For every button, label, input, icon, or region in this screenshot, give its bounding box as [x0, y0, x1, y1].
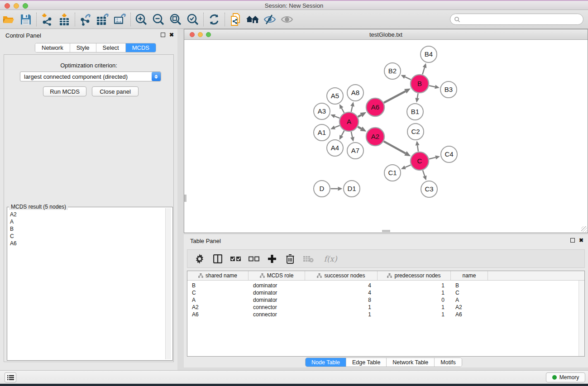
- graph-node-label: D1: [347, 185, 356, 192]
- toolbar-separator: [225, 13, 225, 26]
- column-header-mcds-role[interactable]: MCDS role: [249, 271, 305, 280]
- graph-edge[interactable]: [335, 116, 339, 118]
- optimization-criterion-label: Optimization criterion:: [4, 62, 173, 69]
- column-view-icon[interactable]: [212, 253, 224, 265]
- graph-edge[interactable]: [417, 145, 418, 151]
- result-item[interactable]: A: [10, 218, 17, 225]
- horizontal-scroll-indicator[interactable]: [382, 230, 390, 232]
- network-from-selection-icon[interactable]: [227, 12, 244, 27]
- optimization-criterion-select[interactable]: largest connected component (directed): [20, 71, 161, 81]
- float-table-panel-icon[interactable]: [570, 238, 575, 243]
- graph-edge[interactable]: [429, 86, 435, 87]
- tab-node-table[interactable]: Node Table: [306, 358, 346, 367]
- refresh-icon[interactable]: [206, 12, 223, 27]
- graph-edge[interactable]: [342, 108, 344, 113]
- delete-table-icon[interactable]: [302, 253, 314, 265]
- tab-mcds[interactable]: MCDS: [126, 43, 156, 52]
- result-item[interactable]: A6: [10, 240, 17, 247]
- graph-edge[interactable]: [335, 125, 339, 127]
- table-settings-icon[interactable]: [194, 253, 206, 265]
- graph-edge[interactable]: [423, 170, 425, 176]
- search-field[interactable]: [450, 14, 583, 25]
- table-row[interactable]: A6 connector 1 1 A6: [187, 311, 584, 318]
- show-details-icon[interactable]: [278, 12, 296, 27]
- result-item[interactable]: C: [10, 233, 17, 240]
- graph-edge[interactable]: [405, 77, 411, 80]
- zoom-selected-icon[interactable]: [184, 12, 201, 27]
- tab-select[interactable]: Select: [96, 43, 126, 52]
- graph-edge[interactable]: [422, 67, 425, 74]
- zoom-fit-icon[interactable]: [167, 12, 184, 27]
- table-row[interactable]: C dominator 4 1 C: [187, 289, 584, 296]
- export-image-icon[interactable]: [111, 12, 129, 27]
- hide-details-icon[interactable]: [261, 12, 278, 27]
- graph-edge[interactable]: [341, 131, 344, 136]
- graph-edge[interactable]: [358, 115, 361, 117]
- vertical-scroll-indicator[interactable]: [184, 195, 186, 202]
- column-header-shared-name[interactable]: shared name: [187, 271, 249, 280]
- graph-edge[interactable]: [351, 132, 353, 137]
- tab-motifs[interactable]: Motifs: [435, 358, 461, 367]
- deselect-all-icon[interactable]: [248, 253, 260, 265]
- graph-node-label: C3: [425, 185, 433, 193]
- column-header-predecessor-nodes[interactable]: predecessor nodes: [378, 271, 451, 280]
- column-header-successor-nodes[interactable]: successor nodes: [305, 271, 378, 280]
- memory-button[interactable]: Memory: [546, 372, 585, 382]
- zoom-out-icon[interactable]: [150, 12, 167, 27]
- add-column-icon[interactable]: [266, 253, 278, 265]
- graph-edge[interactable]: [351, 106, 353, 112]
- export-network-icon[interactable]: [77, 12, 94, 27]
- tab-edge-table[interactable]: Edge Table: [346, 358, 387, 367]
- graph-node-label: B1: [411, 108, 419, 115]
- save-session-icon[interactable]: [17, 12, 34, 27]
- tab-network[interactable]: Network: [35, 43, 70, 52]
- run-mcds-button[interactable]: Run MCDS: [43, 86, 86, 96]
- function-builder-icon[interactable]: f(x): [320, 253, 340, 265]
- graph-node-label: A3: [318, 107, 326, 115]
- task-history-button[interactable]: [5, 372, 16, 382]
- node-table: shared name MCDS role successor nodes pr…: [187, 271, 585, 357]
- memory-label: Memory: [559, 374, 579, 381]
- graph-edge[interactable]: [384, 91, 406, 103]
- close-panel-button[interactable]: Close panel: [92, 86, 139, 96]
- result-item[interactable]: A2: [10, 211, 17, 218]
- resize-gripper[interactable]: [581, 226, 587, 232]
- column-header-name[interactable]: name: [451, 271, 488, 280]
- zoom-in-icon[interactable]: [133, 12, 150, 27]
- graph-edge-arrowhead: [330, 114, 335, 118]
- graph-edge[interactable]: [417, 93, 418, 98]
- delete-column-icon[interactable]: [284, 253, 296, 265]
- result-scrollbar[interactable]: [165, 208, 171, 359]
- select-all-icon[interactable]: [230, 253, 242, 265]
- import-network-icon[interactable]: [38, 12, 56, 27]
- table-row[interactable]: A2 connector 1 1 A2: [187, 304, 584, 311]
- graph-node-label: C4: [445, 150, 453, 158]
- home-icon[interactable]: [244, 12, 261, 27]
- float-panel-icon[interactable]: [161, 33, 165, 37]
- table-scrollbar[interactable]: [578, 281, 584, 356]
- tab-style[interactable]: Style: [70, 43, 96, 52]
- close-panel-icon[interactable]: ✖: [169, 33, 174, 37]
- graph-edge[interactable]: [358, 127, 362, 129]
- search-input[interactable]: [460, 16, 574, 23]
- graph-edge[interactable]: [384, 141, 406, 153]
- table-panel: Table Panel ✖: [184, 234, 588, 367]
- network-canvas[interactable]: AA1A2A3A4A5A6A7A8BB1B2B3B4CC1C2C3C4DD1: [184, 40, 588, 233]
- graph-edge[interactable]: [405, 165, 411, 167]
- column-header-filler: [488, 271, 584, 280]
- tab-network-table[interactable]: Network Table: [387, 358, 435, 367]
- network-window-titlebar[interactable]: testGlobe.txt: [184, 29, 588, 40]
- import-table-icon[interactable]: [56, 12, 73, 27]
- list-icon: [7, 375, 14, 381]
- open-session-icon[interactable]: [0, 12, 17, 27]
- network-graph[interactable]: AA1A2A3A4A5A6A7A8BB1B2B3B4CC1C2C3C4DD1: [184, 40, 588, 233]
- export-table-icon[interactable]: [94, 12, 111, 27]
- table-row[interactable]: B dominator 4 1 B: [187, 282, 584, 289]
- graph-node-label: A7: [351, 147, 359, 154]
- close-table-panel-icon[interactable]: ✖: [579, 238, 583, 243]
- graph-edge[interactable]: [429, 157, 435, 159]
- table-row[interactable]: A dominator 8 0 A: [187, 296, 584, 304]
- network-window-title: testGlobe.txt: [184, 31, 588, 38]
- table-panel-title: Table Panel: [190, 238, 221, 244]
- result-item[interactable]: B: [10, 225, 17, 233]
